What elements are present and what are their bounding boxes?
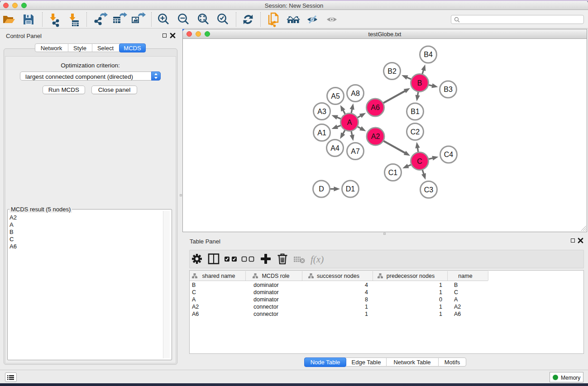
svg-text:A: A	[192, 296, 196, 303]
svg-text:4: 4	[365, 289, 368, 295]
svg-text:1: 1	[365, 311, 368, 317]
svg-text:A6: A6	[192, 311, 199, 317]
svg-text:dominator: dominator	[253, 289, 279, 295]
svg-text:predecessor nodes: predecessor nodes	[387, 273, 435, 279]
svg-text:1: 1	[439, 311, 442, 317]
svg-text:A2: A2	[454, 304, 461, 310]
svg-text:connector: connector	[253, 304, 278, 310]
svg-text:1: 1	[439, 304, 442, 310]
svg-text:1: 1	[365, 304, 368, 310]
svg-text:A2: A2	[192, 304, 199, 310]
svg-text:shared name: shared name	[202, 273, 235, 279]
svg-text:0: 0	[439, 296, 442, 303]
svg-text:C: C	[454, 289, 458, 295]
svg-text:name: name	[458, 273, 472, 279]
svg-text:B: B	[192, 282, 196, 288]
svg-text:C: C	[192, 289, 196, 295]
svg-text:8: 8	[365, 296, 368, 303]
svg-text:B: B	[454, 282, 458, 288]
svg-text:4: 4	[365, 282, 368, 288]
svg-text:A6: A6	[454, 311, 461, 317]
svg-text:A: A	[454, 296, 458, 303]
svg-text:1: 1	[439, 289, 442, 295]
svg-text:1: 1	[439, 282, 442, 288]
svg-text:dominator: dominator	[253, 282, 279, 288]
svg-text:dominator: dominator	[253, 296, 279, 303]
svg-text:MCDS role: MCDS role	[262, 273, 289, 279]
svg-text:connector: connector	[253, 311, 278, 317]
svg-text:successor nodes: successor nodes	[317, 273, 359, 279]
